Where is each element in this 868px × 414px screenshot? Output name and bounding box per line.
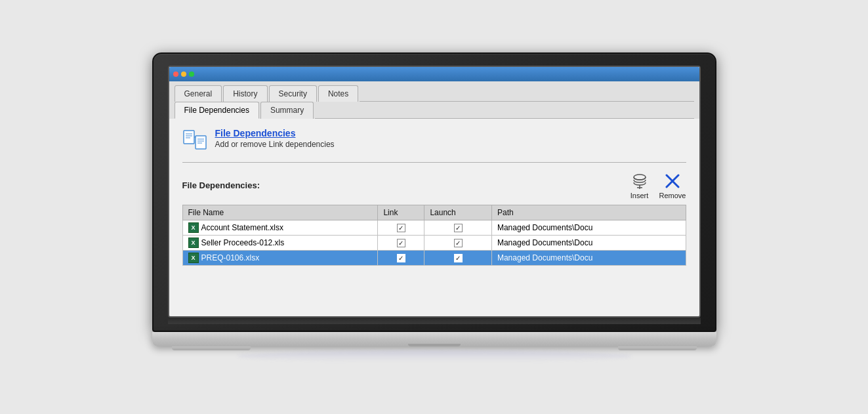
file-dependencies-icon bbox=[182, 128, 207, 153]
link-checkbox[interactable] bbox=[397, 239, 405, 247]
cell-link[interactable] bbox=[378, 250, 424, 265]
header-subtitle: Add or remove Link dependencies bbox=[215, 140, 335, 149]
col-launch: Launch bbox=[424, 205, 492, 220]
laptop-screen: General History Security Notes File Depe… bbox=[168, 66, 701, 318]
file-cell: X Seller Proceeds-012.xls bbox=[188, 238, 373, 248]
file-cell: X PREQ-0106.xlsx bbox=[188, 253, 373, 263]
file-cell: X Account Statement.xlsx bbox=[188, 222, 373, 233]
remove-label: Remove bbox=[659, 192, 686, 199]
minimize-dot bbox=[181, 72, 186, 77]
screen-content: General History Security Notes File Depe… bbox=[169, 67, 699, 316]
section-divider bbox=[182, 162, 686, 163]
screen-bezel: General History Security Notes File Depe… bbox=[152, 52, 716, 332]
cell-filename: X Account Statement.xlsx bbox=[182, 220, 378, 235]
cell-path: Managed Documents\Docu bbox=[491, 250, 686, 265]
header-title: File Dependencies bbox=[215, 128, 335, 138]
cell-path: Managed Documents\Docu bbox=[491, 220, 686, 235]
maximize-dot bbox=[189, 72, 194, 77]
excel-icon: X bbox=[188, 253, 199, 263]
insert-label: Insert bbox=[630, 192, 649, 199]
launch-checkbox[interactable] bbox=[454, 224, 463, 232]
laptop-base bbox=[152, 332, 716, 346]
tab-notes[interactable]: Notes bbox=[318, 85, 358, 102]
remove-icon bbox=[663, 172, 682, 190]
section-label: File Dependencies: bbox=[182, 180, 260, 190]
filename-text: Account Statement.xlsx bbox=[201, 223, 283, 232]
link-checkbox[interactable] bbox=[397, 254, 405, 262]
laptop-hinge bbox=[168, 318, 701, 324]
tab-file-dependencies[interactable]: File Dependencies bbox=[175, 102, 259, 119]
tab-row1-separator bbox=[360, 85, 693, 102]
laptop-foot-left bbox=[172, 346, 251, 350]
col-filename: File Name bbox=[182, 205, 378, 220]
laptop-foot-right bbox=[618, 346, 697, 350]
launch-checkbox[interactable] bbox=[454, 254, 463, 262]
remove-button[interactable]: Remove bbox=[659, 172, 686, 199]
svg-rect-0 bbox=[184, 131, 194, 144]
launch-checkbox[interactable] bbox=[454, 239, 463, 247]
file-dependencies-table: File Name Link Launch Path X Account Sta… bbox=[182, 205, 686, 266]
header-text: File Dependencies Add or remove Link dep… bbox=[215, 128, 335, 149]
table-row[interactable]: X Seller Proceeds-012.xls Managed Docume… bbox=[182, 235, 686, 250]
filename-text: PREQ-0106.xlsx bbox=[201, 253, 260, 262]
window-titlebar bbox=[169, 67, 699, 81]
cell-launch[interactable] bbox=[424, 220, 492, 235]
tab-history[interactable]: History bbox=[223, 85, 267, 102]
tab-summary[interactable]: Summary bbox=[260, 102, 314, 119]
table-row[interactable]: X Account Statement.xlsx Managed Documen… bbox=[182, 220, 686, 235]
cell-filename: X Seller Proceeds-012.xls bbox=[182, 235, 378, 250]
page-header: File Dependencies Add or remove Link dep… bbox=[182, 128, 686, 153]
table-row[interactable]: X PREQ-0106.xlsx Managed Documents\Docu bbox=[182, 250, 686, 265]
tab-security[interactable]: Security bbox=[269, 85, 317, 102]
cell-filename: X PREQ-0106.xlsx bbox=[182, 250, 378, 265]
cell-link[interactable] bbox=[378, 220, 424, 235]
link-checkbox[interactable] bbox=[397, 224, 405, 232]
laptop-container: General History Security Notes File Depe… bbox=[152, 52, 716, 362]
content-area: File Dependencies Add or remove Link dep… bbox=[169, 119, 699, 275]
col-path: Path bbox=[491, 205, 686, 220]
svg-rect-4 bbox=[196, 136, 206, 149]
close-dot bbox=[173, 72, 178, 77]
laptop-reflection bbox=[237, 350, 632, 362]
insert-icon bbox=[630, 172, 649, 190]
insert-button[interactable]: Insert bbox=[630, 172, 649, 199]
excel-icon: X bbox=[188, 238, 199, 248]
col-link: Link bbox=[378, 205, 424, 220]
toolbar-buttons: Insert Remove bbox=[630, 172, 686, 199]
section-header-row: File Dependencies: bbox=[182, 172, 686, 199]
tab-row-1: General History Security Notes bbox=[169, 81, 699, 102]
cell-link[interactable] bbox=[378, 235, 424, 250]
cell-launch[interactable] bbox=[424, 235, 492, 250]
filename-text: Seller Proceeds-012.xls bbox=[201, 238, 285, 247]
excel-icon: X bbox=[188, 222, 199, 233]
tab-general[interactable]: General bbox=[175, 85, 222, 102]
cell-path: Managed Documents\Docu bbox=[491, 235, 686, 250]
tab-row2-separator bbox=[315, 102, 693, 119]
cell-launch[interactable] bbox=[424, 250, 492, 265]
tab-row-2: File Dependencies Summary bbox=[169, 102, 699, 119]
